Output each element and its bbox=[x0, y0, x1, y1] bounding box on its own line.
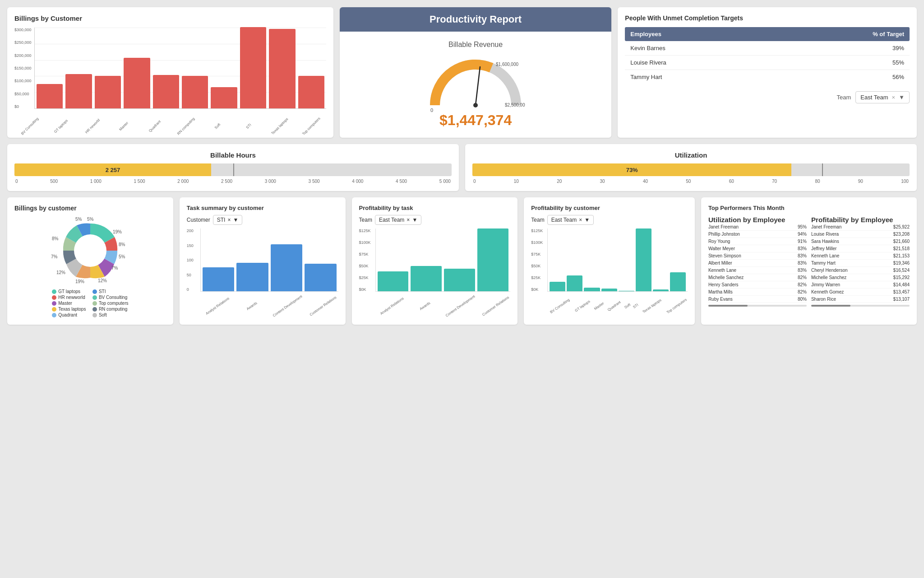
performer-row: Jimmy Warren$14,484 bbox=[811, 281, 910, 289]
svg-text:5%: 5% bbox=[75, 217, 82, 222]
billable-hours-title: Billable Hours bbox=[14, 151, 452, 159]
prof-customer-bar-area bbox=[547, 228, 688, 292]
performer-row: Janet Freeman$25,922 bbox=[811, 224, 910, 231]
clear-prof-customer-icon[interactable]: × bbox=[579, 217, 582, 223]
utilization-title: Utilization bbox=[472, 151, 910, 159]
pcbar-bv bbox=[550, 282, 565, 291]
prof-scroll-track[interactable] bbox=[811, 305, 910, 307]
clear-team-button[interactable]: × bbox=[892, 94, 896, 101]
performer-util-val: 80% bbox=[798, 297, 807, 302]
billable-hours-card: Billable Hours 2 257 0 500 1 000 1 500 2… bbox=[7, 144, 459, 191]
pcbar-master bbox=[584, 288, 600, 291]
table-row: Tammy Hart56% bbox=[625, 70, 910, 84]
customer-dropdown[interactable]: STI × ▼ bbox=[213, 215, 243, 225]
bar-chart bbox=[34, 28, 326, 109]
unmet-table: Employees % of Target Kevin Barnes39%Lou… bbox=[625, 27, 910, 84]
donut-legend: GT laptops STI HR newworld BV Consulting… bbox=[52, 289, 128, 317]
performer-name: Cheryl Henderson bbox=[811, 268, 848, 273]
util-scroll-thumb[interactable] bbox=[708, 305, 748, 307]
gauge-container: 0 $1,600,000 $2,500,000 bbox=[426, 53, 525, 107]
prof-task-dropdown[interactable]: East Team × ▼ bbox=[375, 215, 421, 225]
performer-prof-val: $21,518 bbox=[893, 246, 910, 251]
performer-row: Michelle Sanchez82% bbox=[708, 274, 807, 281]
performer-util-val: 83% bbox=[798, 246, 807, 251]
svg-text:5%: 5% bbox=[119, 254, 125, 259]
performer-name: Tammy Hart bbox=[811, 261, 836, 266]
performer-prof-val: $19,346 bbox=[893, 261, 910, 266]
target-pct: 55% bbox=[892, 59, 904, 66]
clear-prof-task-icon[interactable]: × bbox=[407, 217, 410, 223]
performer-row: Kenneth Lane$21,153 bbox=[811, 252, 910, 260]
performer-row: Kenneth Lane83% bbox=[708, 267, 807, 274]
x-label-item: Master bbox=[112, 115, 135, 138]
donut-card: Billings by customer bbox=[7, 197, 173, 325]
target-pct: 56% bbox=[892, 74, 904, 80]
legend-item: RN computing bbox=[92, 307, 129, 312]
bar-awards bbox=[236, 263, 268, 291]
billable-revenue-label: Billable Revenue bbox=[349, 41, 602, 49]
performer-name: Phillip Johnston bbox=[708, 232, 740, 237]
performer-prof-val: $13,107 bbox=[893, 297, 910, 302]
prof-task-arrow-icon: ▼ bbox=[412, 217, 417, 223]
target-col-header: % of Target bbox=[873, 31, 904, 37]
util-rows: Janet Freeman95%Phillip Johnston94%Roy Y… bbox=[708, 224, 807, 303]
util-scroll-track[interactable] bbox=[708, 305, 807, 307]
legend-item: BV Consulting bbox=[92, 295, 129, 300]
customer-value: STI bbox=[217, 217, 226, 223]
legend-item: HR newworld bbox=[52, 295, 88, 300]
x-label-item: RN computing bbox=[175, 115, 198, 138]
performer-name: Albert Miller bbox=[708, 261, 732, 266]
customer-arrow-icon: ▼ bbox=[233, 217, 238, 223]
customer-label: Customer bbox=[187, 217, 210, 223]
bar-item bbox=[298, 76, 324, 108]
performer-name: Janet Freeman bbox=[708, 224, 739, 229]
performer-util-val: 91% bbox=[798, 239, 807, 244]
ptbar-analyst bbox=[378, 271, 409, 291]
dropdown-arrow-icon: ▼ bbox=[899, 94, 905, 101]
prof-customer-x-labels: BV Consulting GT laptops Master Quadrant… bbox=[531, 304, 688, 308]
performer-row: Sharon Rice$13,107 bbox=[811, 296, 910, 303]
table-row: Kevin Barnes39% bbox=[625, 41, 910, 56]
svg-point-1 bbox=[473, 103, 478, 107]
billings-by-customer-card: Billings by Customer $300,000 $250,000 $… bbox=[7, 7, 333, 138]
employee-name: Tammy Hart bbox=[630, 74, 892, 80]
team-label: Team bbox=[837, 94, 851, 101]
donut-title: Billings by customer bbox=[14, 205, 166, 212]
performer-row: Jeffrey Miller$21,518 bbox=[811, 245, 910, 252]
util-col-header: Utilization by Employee bbox=[708, 216, 807, 224]
prof-rows: Janet Freeman$25,922Louise Rivera$23,208… bbox=[811, 224, 910, 303]
svg-text:12%: 12% bbox=[98, 278, 107, 283]
performer-util-val: 83% bbox=[798, 253, 807, 258]
top-performers-title: Top Performers This Month bbox=[708, 205, 910, 211]
billable-hours-bar: 2 257 bbox=[14, 163, 452, 176]
performer-row: Louise Rivera$23,208 bbox=[811, 231, 910, 238]
performer-prof-val: $21,153 bbox=[893, 253, 910, 258]
pcbar-top bbox=[670, 272, 686, 291]
ptbar-awards bbox=[411, 266, 442, 291]
x-label-item: HR neworld bbox=[81, 115, 104, 138]
bar-item bbox=[182, 76, 208, 108]
performer-prof-val: $13,457 bbox=[893, 289, 910, 294]
prof-customer-dropdown[interactable]: East Team × ▼ bbox=[547, 215, 594, 225]
legend-item: Quadrant bbox=[52, 312, 88, 317]
performer-name: Jeffrey Miller bbox=[811, 246, 837, 251]
team-dropdown[interactable]: East Team × ▼ bbox=[855, 91, 910, 103]
performer-name: Kenneth Lane bbox=[811, 253, 839, 258]
performer-row: Tammy Hart$19,346 bbox=[811, 260, 910, 267]
legend-item: STI bbox=[92, 289, 129, 294]
performer-row: Sara Hawkins$21,660 bbox=[811, 238, 910, 245]
x-label-item: Top computers bbox=[300, 115, 323, 138]
prof-task-team-selector: Team East Team × ▼ bbox=[359, 215, 511, 225]
task-x-labels: Analyst Relations Awards Content Develop… bbox=[187, 304, 338, 308]
prof-scroll-thumb[interactable] bbox=[811, 305, 850, 307]
performer-util-val: 95% bbox=[798, 224, 807, 229]
billable-hours-scale: 0 500 1 000 1 500 2 000 2 500 3 000 3 50… bbox=[14, 179, 452, 184]
performer-util-val: 82% bbox=[798, 275, 807, 280]
svg-text:12%: 12% bbox=[56, 270, 65, 275]
clear-customer-icon[interactable]: × bbox=[227, 217, 231, 223]
billable-hours-fill: 2 257 bbox=[14, 163, 211, 176]
prof-task-team-value: East Team bbox=[379, 217, 404, 223]
pcbar-sti bbox=[636, 228, 651, 291]
svg-text:8%: 8% bbox=[119, 242, 125, 247]
profitability-column: Profitability by Employee Janet Freeman$… bbox=[811, 216, 910, 307]
